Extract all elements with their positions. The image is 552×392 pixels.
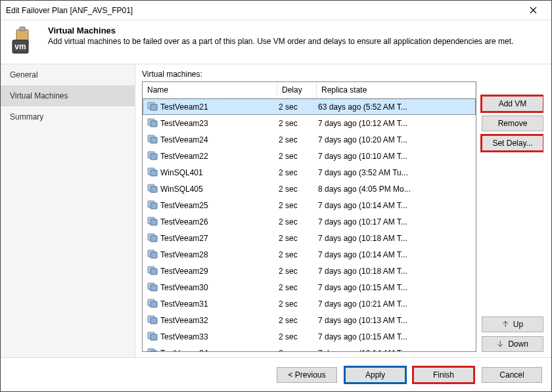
row-name: TestVeeam22 (146, 149, 277, 163)
row-state: 7 days ago (10:17 AM T... (317, 217, 476, 227)
table-row[interactable]: TestVeeam322 sec7 days ago (10:13 AM T..… (143, 312, 476, 328)
table-row[interactable]: TestVeeam302 sec7 days ago (10:15 AM T..… (143, 279, 476, 295)
svg-rect-19 (150, 219, 157, 225)
header-heading: Virtual Machines (48, 26, 513, 35)
apply-button[interactable]: Apply (345, 367, 405, 383)
set-delay-button[interactable]: Set Delay... (482, 135, 543, 151)
vm-name: TestVeeam29 (160, 267, 208, 276)
vm-name: TestVeeam25 (160, 201, 208, 210)
svg-rect-25 (150, 269, 157, 274)
table-row[interactable]: WinSQL4052 sec8 days ago (4:05 PM Mo... (143, 181, 476, 197)
table-row[interactable]: TestVeeam262 sec7 days ago (10:17 AM T..… (143, 213, 476, 230)
svg-rect-9 (150, 137, 157, 143)
window: Edit Failover Plan [ANF_AVS_FP01] vm Vir… (0, 0, 552, 392)
vm-icon (147, 297, 158, 310)
row-delay: 2 sec (277, 167, 317, 178)
row-delay: 2 sec (277, 315, 317, 326)
up-button[interactable]: 🡡 Up (482, 316, 543, 332)
table-row[interactable]: TestVeeam342 sec7 days ago (10:14 AM T..… (143, 345, 476, 351)
table-row[interactable]: TestVeeam252 sec7 days ago (10:14 AM T..… (143, 197, 476, 213)
vm-icon (147, 265, 158, 277)
svg-rect-13 (150, 170, 157, 176)
svg-rect-27 (150, 285, 157, 291)
row-delay: 2 sec (277, 118, 317, 129)
row-state: 7 days ago (10:10 AM T... (317, 151, 476, 162)
row-name: TestVeeam31 (146, 297, 277, 311)
row-delay: 2 sec (277, 151, 317, 162)
row-name: TestVeeam27 (146, 231, 277, 245)
sidebar-item-summary[interactable]: Summary (1, 106, 135, 127)
svg-rect-17 (150, 203, 157, 209)
row-state: 8 days ago (4:05 PM Mo... (317, 184, 476, 194)
sidebar-item-general[interactable]: General (1, 64, 135, 85)
row-delay: 2 sec (277, 348, 317, 352)
row-name: TestVeeam26 (146, 215, 277, 229)
vm-name: WinSQL401 (160, 168, 203, 177)
add-vm-button[interactable]: Add VM (482, 96, 543, 112)
vm-name: TestVeeam34 (160, 349, 208, 352)
vm-icon (147, 232, 158, 244)
vm-name: TestVeeam22 (160, 152, 208, 161)
col-state[interactable]: Replica state (317, 82, 476, 98)
vm-icon (147, 281, 158, 294)
svg-rect-11 (150, 154, 157, 160)
row-delay: 2 sec (277, 135, 317, 145)
table-row[interactable]: TestVeeam212 sec63 days ago (5:52 AM T..… (143, 98, 476, 115)
vm-name: TestVeeam26 (160, 217, 208, 227)
row-state: 7 days ago (10:20 AM T... (317, 135, 476, 145)
vm-icon (147, 100, 158, 113)
vm-icon (147, 150, 158, 162)
vm-name: TestVeeam33 (160, 332, 208, 341)
close-button[interactable] (520, 1, 546, 20)
row-name: TestVeeam34 (146, 346, 277, 351)
vm-name: TestVeeam27 (160, 234, 208, 243)
col-delay[interactable]: Delay (277, 82, 317, 98)
vm-icon (147, 314, 158, 326)
table-row[interactable]: TestVeeam332 sec7 days ago (10:15 AM T..… (143, 328, 476, 345)
list-rows[interactable]: TestVeeam212 sec63 days ago (5:52 AM T..… (143, 98, 476, 351)
vm-list[interactable]: Name Delay Replica state TestVeeam212 se… (142, 81, 476, 352)
row-name: WinSQL401 (146, 165, 277, 179)
vm-name: TestVeeam23 (160, 119, 208, 128)
wizard-sidebar: GeneralVirtual MachinesSummary (1, 64, 135, 357)
row-delay: 2 sec (277, 102, 317, 112)
svg-rect-5 (150, 104, 157, 110)
table-row[interactable]: WinSQL4012 sec7 days ago (3:52 AM Tu... (143, 164, 476, 181)
titlebar: Edit Failover Plan [ANF_AVS_FP01] (1, 1, 551, 20)
row-delay: 2 sec (277, 200, 317, 211)
table-row[interactable]: TestVeeam272 sec7 days ago (10:18 AM T..… (143, 230, 476, 246)
row-name: TestVeeam29 (146, 264, 277, 278)
row-name: TestVeeam21 (146, 100, 277, 114)
sidebar-item-virtual-machines[interactable]: Virtual Machines (1, 85, 135, 106)
previous-button[interactable]: < Previous (277, 367, 337, 383)
table-row[interactable]: TestVeeam312 sec7 days ago (10:21 AM T..… (143, 295, 476, 312)
wizard-icon: vm (9, 26, 40, 57)
row-state: 7 days ago (10:18 AM T... (317, 266, 476, 276)
row-name: WinSQL405 (146, 182, 277, 196)
table-row[interactable]: TestVeeam282 sec7 days ago (10:14 AM T..… (143, 246, 476, 263)
svg-rect-1 (20, 27, 25, 31)
vm-name: TestVeeam21 (160, 102, 208, 112)
vm-icon (147, 133, 158, 146)
table-row[interactable]: TestVeeam242 sec7 days ago (10:20 AM T..… (143, 131, 476, 148)
cancel-button[interactable]: Cancel (482, 367, 542, 383)
list-label: Virtual machines: (142, 70, 543, 79)
footer: < Previous Apply Finish Cancel (1, 357, 551, 391)
row-delay: 2 sec (277, 299, 317, 309)
table-row[interactable]: TestVeeam222 sec7 days ago (10:10 AM T..… (143, 148, 476, 164)
svg-rect-31 (150, 318, 157, 324)
header: vm Virtual Machines Add virtual machines… (1, 20, 551, 64)
finish-button[interactable]: Finish (413, 367, 474, 383)
header-desc: Add virtual machines to be failed over a… (48, 36, 513, 47)
svg-text:vm: vm (14, 42, 26, 51)
row-delay: 2 sec (277, 184, 317, 194)
row-state: 7 days ago (10:14 AM T... (317, 348, 476, 352)
table-row[interactable]: TestVeeam232 sec7 days ago (10:12 AM T..… (143, 115, 476, 131)
table-row[interactable]: TestVeeam292 sec7 days ago (10:18 AM T..… (143, 263, 476, 279)
up-label: Up (513, 320, 523, 329)
down-button[interactable]: 🡣 Down (482, 336, 543, 352)
row-state: 7 days ago (10:15 AM T... (317, 332, 476, 342)
col-name[interactable]: Name (143, 82, 277, 98)
remove-button[interactable]: Remove (482, 116, 543, 131)
vm-name: TestVeeam31 (160, 299, 208, 309)
